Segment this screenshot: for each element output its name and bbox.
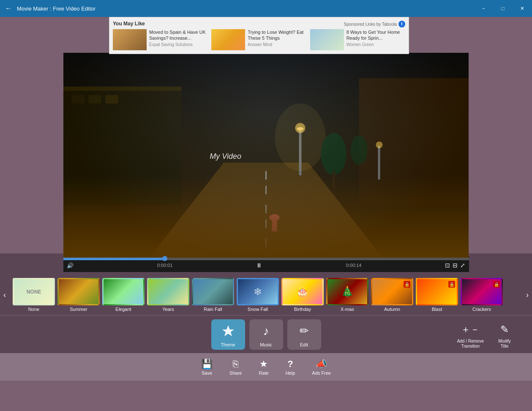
app-title: Movie Maker : Free Video Editor <box>17 5 95 12</box>
theme-item-xmas[interactable]: X-mas <box>326 278 368 312</box>
theme-thumb-xmas[interactable] <box>326 278 368 305</box>
video-preview[interactable]: My Video <box>63 53 469 260</box>
theme-item-none[interactable]: None <box>13 278 55 312</box>
ad-items: Moved to Spain & Have UK Savings? Increa… <box>113 29 405 50</box>
theme-label-xmas: X-mas <box>341 307 354 312</box>
share-label: Share <box>229 370 242 376</box>
rate-icon: ★ <box>259 359 268 370</box>
video-title-overlay: My Video <box>210 152 241 161</box>
ads-free-label: Ads Free <box>312 370 331 376</box>
theme-button[interactable]: Theme <box>211 319 245 350</box>
theme-item-crackers[interactable]: 🔒 Crackers <box>461 278 503 312</box>
edit-button[interactable]: ✏ Edit <box>287 319 321 350</box>
theme-strip: ‹ None Summer Elegant Years Rain Fall <box>0 275 532 315</box>
scroll-left-arrow[interactable]: ‹ <box>3 291 6 299</box>
svg-marker-22 <box>222 325 234 336</box>
close-button[interactable]: ✕ <box>513 0 532 17</box>
ad-source-2: Answer Mind <box>248 42 306 47</box>
save-button[interactable]: 💾 Save <box>201 359 213 376</box>
ad-item-3[interactable]: 8 Ways to Get Your Home Ready for Sprin.… <box>310 29 405 50</box>
add-remove-transition-label: Add / RemoveTransition <box>457 339 484 349</box>
add-remove-transition-icon: ＋－ <box>460 320 481 339</box>
seek-filled <box>63 258 165 260</box>
controls-row: 🔊 0:00:01 ⏸ 0:00:14 ⊡ ⊟ ⤢ <box>63 260 469 270</box>
theme-thumb-elegant[interactable] <box>102 278 145 305</box>
theme-item-snowfall[interactable]: Snow Fall <box>237 278 279 312</box>
music-icon: ♪ <box>257 322 276 340</box>
theme-label-autumn: Autumn <box>384 307 400 312</box>
modify-title-button[interactable]: ✎ ModifyTitle <box>494 320 515 349</box>
video-controls-bar: 🔊 0:00:01 ⏸ 0:00:14 ⊡ ⊟ ⤢ <box>63 256 469 272</box>
seek-handle[interactable] <box>162 256 167 261</box>
theme-scroll: None Summer Elegant Years Rain Fall Snow <box>0 278 532 312</box>
rate-label: Rate <box>259 370 268 376</box>
theme-thumb-blast[interactable]: 🔒 <box>416 278 458 305</box>
help-button[interactable]: ? Help <box>286 359 295 376</box>
ad-image-3 <box>310 29 344 50</box>
minimize-button[interactable]: − <box>474 0 493 17</box>
theme-thumb-snowfall[interactable] <box>237 278 279 305</box>
save-icon: 💾 <box>201 359 213 370</box>
ad-headline-1: Moved to Spain & Have UK Savings? Increa… <box>149 29 208 41</box>
snow-overlay <box>63 53 469 260</box>
save-label: Save <box>202 370 212 376</box>
add-remove-transition-button[interactable]: ＋－ Add / RemoveTransition <box>457 320 484 349</box>
pip-icon[interactable]: ⊟ <box>453 262 458 269</box>
fullscreen-icon[interactable]: ⊡ <box>445 262 450 269</box>
theme-label-elegant: Elegant <box>115 307 131 312</box>
theme-item-elegant[interactable]: Elegant <box>102 278 145 312</box>
ad-image-1 <box>113 29 147 50</box>
taboola-logo: t <box>398 21 405 27</box>
ad-item-1[interactable]: Moved to Spain & Have UK Savings? Increa… <box>113 29 208 50</box>
ad-banner: You May Like Sponsored Links by Taboola … <box>109 17 409 54</box>
help-label: Help <box>286 370 295 376</box>
video-background <box>63 53 469 260</box>
theme-label-rainfall: Rain Fall <box>204 307 222 312</box>
theme-button-label: Theme <box>221 342 235 347</box>
expand-icon[interactable]: ⤢ <box>460 262 465 269</box>
share-icon: ⎘ <box>233 359 238 370</box>
theme-item-years[interactable]: Years <box>147 278 189 312</box>
theme-item-summer[interactable]: Summer <box>57 278 100 312</box>
ad-source-3: Women Green <box>346 42 405 47</box>
theme-item-autumn[interactable]: 🔒 Autumn <box>371 278 413 312</box>
window-controls: − □ ✕ <box>474 0 532 17</box>
main-area: My Video 🔊 0:00:01 ⏸ 0:00:14 ⊡ ⊟ ⤢ <box>0 17 532 411</box>
modify-title-icon: ✎ <box>494 320 515 339</box>
ad-source-1: Expat Saving Solutions <box>149 42 208 47</box>
theme-label-birthday: Birthday <box>294 307 311 312</box>
play-pause-button[interactable]: ⏸ <box>256 262 262 269</box>
music-button[interactable]: ♪ Music <box>249 319 283 350</box>
theme-thumb-autumn[interactable]: 🔒 <box>371 278 413 305</box>
theme-item-rainfall[interactable]: Rain Fall <box>192 278 234 312</box>
rate-button[interactable]: ★ Rate <box>259 359 268 376</box>
theme-label-none: None <box>28 307 39 312</box>
maximize-button[interactable]: □ <box>493 0 513 17</box>
theme-thumb-birthday[interactable] <box>281 278 324 305</box>
scroll-right-arrow[interactable]: › <box>526 291 529 299</box>
theme-item-birthday[interactable]: Birthday <box>281 278 324 312</box>
ad-sponsored-label: Sponsored Links by Taboola t <box>344 21 405 27</box>
ads-free-button[interactable]: 📣 Ads Free <box>312 359 331 376</box>
seek-bar[interactable] <box>63 258 469 260</box>
theme-thumb-rainfall[interactable] <box>192 278 234 305</box>
lock-icon-crackers: 🔒 <box>493 281 500 288</box>
share-button[interactable]: ⎘ Share <box>229 359 242 376</box>
theme-thumb-summer[interactable] <box>57 278 100 305</box>
theme-label-years: Years <box>162 307 174 312</box>
modify-title-label: ModifyTitle <box>498 339 510 349</box>
theme-item-blast[interactable]: 🔒 Blast <box>416 278 458 312</box>
lock-icon-autumn: 🔒 <box>404 281 410 288</box>
theme-thumb-years[interactable] <box>147 278 189 305</box>
ad-headline-3: 8 Ways to Get Your Home Ready for Sprin.… <box>346 29 405 41</box>
extra-controls: ⊡ ⊟ ⤢ <box>445 262 465 269</box>
theme-thumb-none[interactable] <box>13 278 55 305</box>
ads-free-icon: 📣 <box>316 359 327 370</box>
volume-button[interactable]: 🔊 <box>67 262 74 269</box>
ad-headline-2: Trying to Lose Weight? Eat These 5 Thing… <box>248 29 306 41</box>
ad-item-2[interactable]: Trying to Lose Weight? Eat These 5 Thing… <box>211 29 306 50</box>
theme-thumb-crackers[interactable]: 🔒 <box>461 278 503 305</box>
time-current: 0:00:01 <box>157 263 173 268</box>
back-button[interactable]: ← <box>5 5 12 12</box>
theme-label-crackers: Crackers <box>472 307 491 312</box>
